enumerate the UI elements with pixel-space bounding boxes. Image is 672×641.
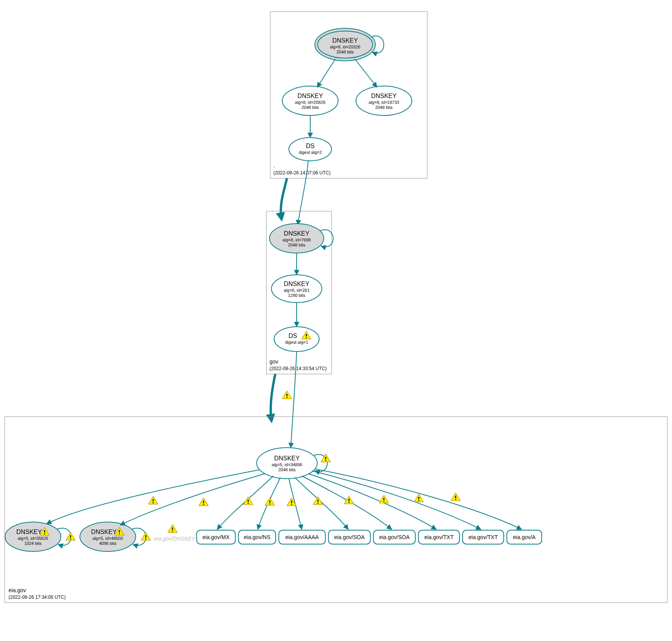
- svg-text:alg=5, id=34806: alg=5, id=34806: [272, 462, 302, 467]
- svg-text:digest alg=1: digest alg=1: [285, 340, 308, 345]
- warning-icon: [282, 391, 292, 399]
- warning-icon: [265, 498, 275, 505]
- zone-gov-time: (2022-09-26 14:33:54 UTC): [269, 366, 326, 371]
- zone-root: . (2022-09-26 14:07:06 UTC) DNSKEY alg=8…: [270, 12, 427, 178]
- node-root-ksk: DNSKEY alg=8, id=20326 2048 bits: [315, 28, 375, 61]
- svg-text:DNSKEY: DNSKEY: [297, 93, 323, 99]
- svg-text:alg=5, id=48502: alg=5, id=48502: [93, 536, 123, 541]
- rrset-ns: eia.gov/NS: [238, 530, 276, 544]
- svg-text:digest alg=2: digest alg=2: [299, 150, 322, 155]
- node-eiagov-ghost: eia.gov/DNSKEY: [154, 536, 196, 542]
- svg-text:eia.gov/MX: eia.gov/MX: [202, 534, 230, 540]
- svg-text:DS: DS: [288, 333, 297, 339]
- rrset-a: eia.gov/A: [507, 530, 542, 544]
- warning-icon: [414, 494, 423, 502]
- zone-eiagov: eia.gov (2022-09-26 17:34:05 UTC) DNSKEY…: [5, 417, 667, 603]
- svg-text:2048 bits: 2048 bits: [288, 243, 306, 247]
- zone-gov-name: gov: [269, 358, 278, 365]
- warning-icon: [379, 495, 389, 503]
- svg-text:alg=8, id=20826: alg=8, id=20826: [295, 100, 326, 105]
- zone-root-time: (2022-09-26 14:07:06 UTC): [273, 170, 330, 176]
- svg-text:DNSKEY: DNSKEY: [91, 529, 117, 535]
- node-gov-zsk: DNSKEY alg=8, id=261 1280 bits: [271, 275, 322, 303]
- svg-text:alg=8, id=7698: alg=8, id=7698: [283, 238, 311, 242]
- svg-text:alg=8, id=261: alg=8, id=261: [284, 288, 310, 293]
- node-root-zsk1: DNSKEY alg=8, id=20826 2048 bits: [282, 86, 338, 115]
- svg-rect-31: [5, 417, 667, 603]
- zone-eiagov-time: (2022-09-26 17:34:05 UTC): [9, 594, 66, 600]
- warning-icon: [199, 498, 208, 506]
- rrset-txt2: eia.gov/TXT: [463, 530, 504, 544]
- warning-icon: [244, 497, 253, 505]
- rrset-soa1: eia.gov/SOA: [328, 530, 370, 544]
- svg-text:2048 bits: 2048 bits: [375, 105, 393, 110]
- svg-text:1280 bits: 1280 bits: [288, 293, 306, 298]
- node-eiagov-ksk1: DNSKEY alg=5, id=35626 1024 bits: [5, 522, 61, 551]
- warning-icon: [149, 496, 158, 504]
- warning-icon: [66, 532, 75, 540]
- svg-text:eia.gov/TXT: eia.gov/TXT: [424, 534, 454, 540]
- svg-text:alg=8, id=18733: alg=8, id=18733: [369, 100, 399, 105]
- svg-text:eia.gov/NS: eia.gov/NS: [244, 534, 270, 540]
- node-gov-ds: DS digest alg=1: [274, 327, 319, 352]
- zone-eiagov-name: eia.gov: [9, 587, 26, 593]
- warning-icon: [313, 497, 323, 505]
- svg-text:DS: DS: [306, 143, 314, 149]
- svg-text:eia.gov/AAAA: eia.gov/AAAA: [285, 534, 319, 540]
- svg-text:2048 bits: 2048 bits: [302, 105, 319, 110]
- warning-icon: [141, 532, 150, 540]
- warning-icon: [451, 493, 460, 501]
- svg-text:eia.gov/SOA: eia.gov/SOA: [334, 534, 365, 540]
- svg-text:eia.gov/TXT: eia.gov/TXT: [468, 534, 498, 540]
- svg-text:2048 bits: 2048 bits: [278, 467, 296, 472]
- node-root-ds: DS digest alg=2: [289, 138, 332, 161]
- node-root-zsk2: DNSKEY alg=8, id=18733 2048 bits: [356, 86, 412, 115]
- node-eiagov-ksk2: DNSKEY alg=5, id=48502 4096 bits: [80, 522, 136, 551]
- svg-text:DNSKEY: DNSKEY: [284, 281, 309, 287]
- node-gov-ksk: DNSKEY alg=8, id=7698 2048 bits: [269, 224, 324, 253]
- rrset-txt1: eia.gov/TXT: [418, 530, 460, 544]
- svg-point-28: [274, 327, 319, 352]
- warning-icon: [168, 525, 177, 532]
- svg-text:eia.gov/SOA: eia.gov/SOA: [379, 534, 410, 540]
- svg-text:2048 bits: 2048 bits: [337, 50, 354, 54]
- dnssec-diagram: . (2022-09-26 14:07:06 UTC) DNSKEY alg=8…: [0, 0, 672, 641]
- svg-text:alg=5, id=35626: alg=5, id=35626: [18, 536, 48, 541]
- zone-root-name: .: [273, 162, 275, 169]
- node-eiagov-zsk: DNSKEY alg=5, id=34806 2048 bits: [257, 448, 317, 479]
- svg-text:alg=8, id=20326: alg=8, id=20326: [330, 45, 361, 49]
- svg-text:1024 bits: 1024 bits: [24, 541, 42, 546]
- svg-point-16: [289, 138, 332, 161]
- rrset-aaaa: eia.gov/AAAA: [279, 530, 325, 544]
- svg-text:DNSKEY: DNSKEY: [284, 230, 309, 237]
- svg-text:DNSKEY: DNSKEY: [371, 93, 397, 99]
- rrset-mx: eia.gov/MX: [197, 530, 235, 544]
- svg-text:DNSKEY: DNSKEY: [332, 37, 358, 44]
- rrset-soa2: eia.gov/SOA: [373, 530, 415, 544]
- svg-text:DNSKEY: DNSKEY: [16, 529, 42, 535]
- svg-text:eia.gov/A: eia.gov/A: [513, 534, 536, 540]
- svg-text:4096 bits: 4096 bits: [99, 541, 117, 546]
- svg-text:DNSKEY: DNSKEY: [274, 455, 300, 462]
- zone-gov: gov (2022-09-26 14:33:54 UTC) DNSKEY alg…: [266, 211, 333, 374]
